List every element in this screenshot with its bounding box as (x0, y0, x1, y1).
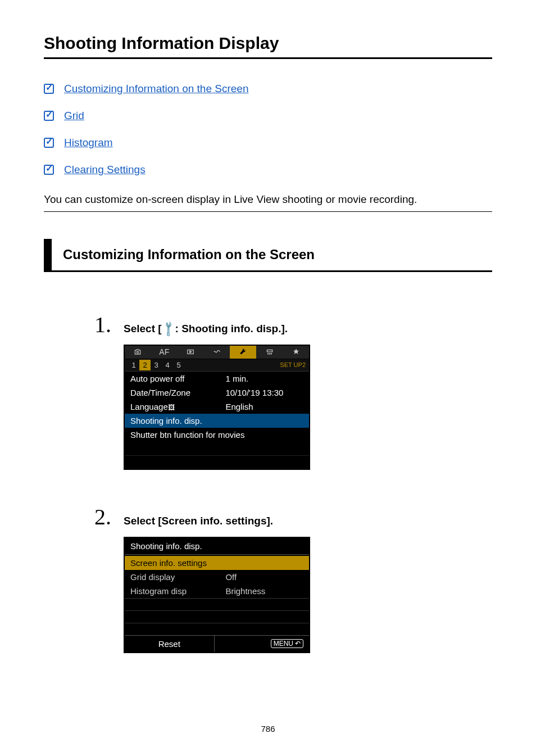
tab-net (204, 346, 230, 359)
row-value: 1 min. (225, 374, 303, 383)
camera-menu-screenshot-1: AF 1 2 3 (124, 345, 310, 470)
row-label: Shooting info. disp. (130, 416, 303, 425)
toc-item: Histogram (44, 137, 492, 149)
row-label: Grid display (130, 572, 225, 582)
menu-row-grid: Grid display Off (125, 570, 309, 584)
camera-icon (133, 348, 142, 356)
toc-link-customizing[interactable]: Customizing Information on the Screen (64, 83, 248, 95)
menu-spacer (125, 442, 309, 455)
row-label: Auto power off (130, 374, 225, 383)
divider (44, 211, 492, 212)
menu-row-language: Language🖾 English (125, 400, 309, 414)
custom-icon (265, 348, 274, 356)
toc-link-clearing[interactable]: Clearing Settings (64, 164, 146, 176)
step1-prefix: Select [ (124, 323, 162, 334)
menu-spacer (125, 610, 309, 623)
svg-rect-1 (267, 350, 272, 352)
toc-link-histogram[interactable]: Histogram (64, 137, 113, 149)
subtab-4: 4 (162, 360, 173, 370)
section-accent-bar (44, 239, 52, 270)
tab-custom (256, 346, 283, 359)
menu-label: MENU (274, 640, 293, 648)
tab-star (283, 346, 309, 359)
subtab-3: 3 (151, 360, 162, 370)
row-label: Histogram disp (130, 586, 225, 596)
toc-item: Grid (44, 110, 492, 122)
toc-item: Customizing Information on the Screen (44, 83, 492, 95)
divider (125, 554, 309, 555)
menu-row-histogram: Histogram disp Brightness (125, 584, 309, 598)
bottom-bar: Reset MENU ↶ (125, 635, 309, 652)
intro-text: You can customize on-screen display in L… (44, 192, 492, 208)
menu-back-badge: MENU ↶ (271, 639, 303, 648)
page-number: 786 (0, 724, 536, 734)
lang-symbol-icon: 🖾 (168, 404, 175, 411)
menu-spacer (125, 623, 309, 635)
check-icon (44, 111, 54, 121)
wave-icon (212, 348, 221, 356)
tab-af: AF (151, 346, 178, 359)
step-title: Select [🔧: Shooting info. disp.]. (124, 322, 288, 335)
play-icon (186, 348, 195, 356)
menu-back: MENU ↶ (215, 636, 310, 652)
menu-spacer (125, 455, 309, 469)
check-icon (44, 84, 54, 94)
section-title: Customizing Information on the Screen (52, 239, 315, 270)
reset-button: Reset (125, 636, 215, 652)
step-number: 1. (94, 311, 124, 338)
check-icon (44, 138, 54, 148)
svg-point-3 (267, 354, 268, 354)
subtab-5: 5 (173, 360, 184, 370)
menu-row-shutterbtn: Shutter btn function for movies (125, 428, 309, 442)
star-icon (292, 348, 301, 356)
tab-setup (230, 346, 256, 359)
row-label: Language🖾 (130, 402, 225, 411)
camera-menu-screenshot-2: Shooting info. disp. Screen info. settin… (124, 537, 310, 653)
wrench-icon: 🔧 (159, 319, 178, 337)
wrench-icon (239, 348, 248, 356)
section-heading: Customizing Information on the Screen (44, 239, 492, 272)
menu-row-datetime: Date/Time/Zone 10/10/'19 13:30 (125, 386, 309, 400)
row-label: Date/Time/Zone (130, 388, 225, 397)
return-icon: ↶ (295, 640, 301, 648)
tab-play (178, 346, 204, 359)
step1-suffix: : Shooting info. disp.]. (175, 323, 288, 334)
svg-point-4 (271, 354, 271, 354)
menu-row-autopoweroff: Auto power off 1 min. (125, 372, 309, 386)
subtab-2: 2 (139, 360, 151, 370)
page-title: Shooting Information Display (44, 34, 492, 59)
toc-item: Clearing Settings (44, 164, 492, 176)
step-title: Select [Screen info. settings]. (124, 515, 273, 527)
svg-point-2 (269, 354, 270, 354)
submenu-header: Shooting info. disp. (125, 538, 309, 554)
row-value: Off (225, 572, 237, 582)
menu-row-shootinginfo: Shooting info. disp. (125, 414, 309, 428)
subtab-1: 1 (128, 360, 139, 370)
row-value: English (225, 402, 303, 411)
check-icon (44, 165, 54, 175)
tab-shoot (125, 346, 151, 359)
step-2: 2. Select [Screen info. settings]. Shoot… (94, 504, 492, 653)
row-value: 10/10/'19 13:30 (225, 388, 303, 397)
setup-label: SET UP2 (280, 361, 309, 368)
row-value: Brightness (225, 586, 265, 596)
row-label: Shutter btn function for movies (130, 430, 303, 440)
step-1: 1. Select [🔧: Shooting info. disp.]. AF (94, 311, 492, 470)
menu-spacer (125, 598, 309, 610)
toc-list: Customizing Information on the Screen Gr… (44, 83, 492, 176)
toc-link-grid[interactable]: Grid (64, 110, 84, 122)
step-number: 2. (94, 504, 124, 530)
menu-row-screeninfo: Screen info. settings (125, 556, 309, 570)
